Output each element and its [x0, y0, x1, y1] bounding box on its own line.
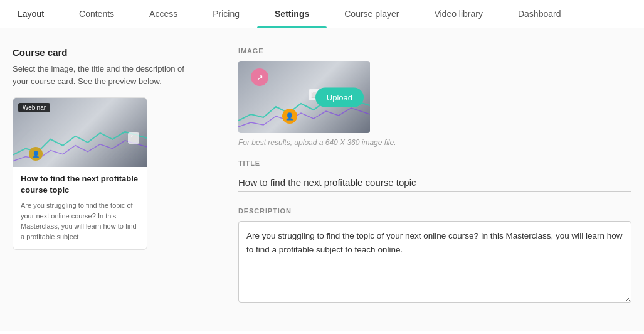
image-label: IMAGE: [238, 47, 631, 55]
preview-course-title: How to find the next profitable course t…: [21, 173, 139, 196]
nav-item-access[interactable]: Access: [132, 0, 195, 28]
nav-item-contents[interactable]: Contents: [61, 0, 132, 28]
title-input[interactable]: [238, 173, 631, 192]
description-section: DESCRIPTION: [238, 207, 631, 304]
right-panel: IMAGE ↗ 👤 ⬜ Upload For best results, upl…: [238, 47, 631, 318]
course-card-description: Select the image, the title and the desc…: [13, 63, 201, 87]
monitor-icon: ⬜: [128, 132, 139, 144]
course-card-title: Course card: [13, 47, 201, 58]
person-icon: 👤: [29, 147, 43, 161]
preview-card: Webinar 👤 ⬜ How to find the next profita…: [13, 97, 147, 250]
upload-button[interactable]: Upload: [315, 87, 364, 107]
description-textarea[interactable]: [238, 221, 631, 303]
nav-item-course-player[interactable]: Course player: [327, 0, 416, 28]
title-section: TITLE: [238, 159, 631, 192]
preview-image: Webinar 👤 ⬜: [13, 98, 147, 167]
preview-course-desc: Are you struggling to find the topic of …: [21, 200, 139, 242]
preview-body: How to find the next profitable course t…: [13, 167, 147, 249]
top-navigation: Layout Contents Access Pricing Settings …: [0, 0, 644, 28]
title-label: TITLE: [238, 159, 631, 167]
nav-item-layout[interactable]: Layout: [0, 0, 61, 28]
nav-item-video-library[interactable]: Video library: [416, 0, 500, 28]
nav-item-pricing[interactable]: Pricing: [195, 0, 257, 28]
webinar-badge: Webinar: [18, 103, 50, 112]
main-content: Course card Select the image, the title …: [0, 28, 644, 331]
person-icon-2: 👤: [282, 109, 297, 124]
nav-item-settings[interactable]: Settings: [257, 0, 327, 28]
description-label: DESCRIPTION: [238, 207, 631, 215]
image-upload-area: ↗ 👤 ⬜ Upload: [238, 61, 370, 133]
left-panel: Course card Select the image, the title …: [13, 47, 201, 318]
upload-hint: For best results, upload a 640 X 360 ima…: [238, 138, 631, 147]
nav-item-dashboard[interactable]: Dashboard: [500, 0, 579, 28]
image-section: IMAGE ↗ 👤 ⬜ Upload For best results, upl…: [238, 47, 631, 147]
chart-icon: ↗: [251, 68, 268, 86]
